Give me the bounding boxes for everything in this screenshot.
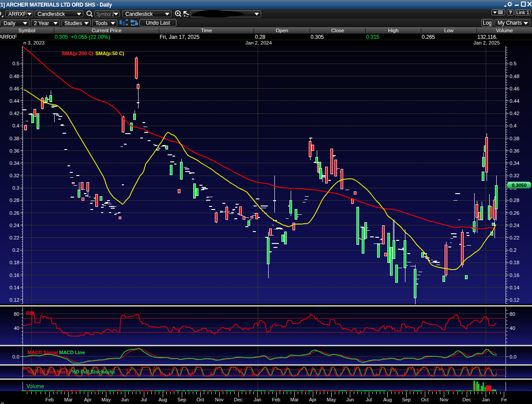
svg-text:0.4: 0.4: [510, 123, 517, 128]
svg-text:0.24: 0.24: [10, 223, 20, 228]
svg-text:0.26: 0.26: [510, 210, 519, 216]
svg-text:0.16: 0.16: [510, 273, 519, 278]
svg-text:0.14: 0.14: [10, 285, 20, 290]
svg-text:Nov: Nov: [215, 397, 224, 402]
svg-text:Oct: Oct: [196, 397, 204, 402]
svg-text:0.42: 0.42: [10, 111, 19, 116]
svg-text:Mar: Mar: [290, 397, 299, 402]
svg-text:Jan: Jan: [254, 397, 262, 402]
svg-text:Jul: Jul: [366, 397, 372, 402]
svg-text:Jan: Jan: [482, 397, 490, 402]
svg-text:Dec: Dec: [462, 397, 471, 402]
svg-text:MACD Line: MACD Line: [59, 350, 85, 355]
svg-text:0.0: 0.0: [12, 354, 19, 359]
svg-text:0.38: 0.38: [510, 136, 519, 141]
svg-text:0.5: 0.5: [12, 61, 19, 66]
svg-text:40: 40: [14, 325, 19, 331]
svg-text:May: May: [327, 397, 336, 402]
svg-text:Apr: Apr: [309, 397, 316, 402]
svg-text:0.22: 0.22: [10, 235, 19, 240]
svg-text:Jun: Jun: [346, 397, 354, 402]
svg-text:Aug: Aug: [158, 397, 167, 402]
svg-text:%D Full Stochastic: %D Full Stochastic: [71, 369, 115, 374]
svg-text:0.48: 0.48: [510, 74, 519, 79]
svg-text:0.36: 0.36: [510, 148, 519, 153]
svg-text:0.32: 0.32: [10, 173, 19, 178]
svg-text:0.24: 0.24: [510, 223, 520, 228]
svg-text:0.38: 0.38: [10, 136, 19, 141]
svg-text:Sep: Sep: [177, 397, 186, 402]
svg-text:Jul: Jul: [141, 397, 147, 402]
svg-text:80: 80: [510, 311, 515, 317]
svg-text:Jun: Jun: [121, 397, 129, 402]
svg-text:0.34: 0.34: [510, 161, 520, 166]
svg-text:Fe: Fe: [501, 397, 507, 402]
svg-text:Dec: Dec: [234, 397, 243, 402]
svg-text:0.42: 0.42: [510, 111, 519, 116]
svg-text:0.36: 0.36: [10, 148, 19, 153]
svg-text:0.3: 0.3: [12, 185, 19, 191]
svg-text:0.46: 0.46: [10, 86, 19, 91]
svg-text:Apr: Apr: [84, 397, 91, 402]
svg-text:0.2: 0.2: [510, 247, 517, 253]
svg-text:Feb: Feb: [45, 397, 54, 402]
svg-text:0.2: 0.2: [12, 247, 19, 253]
svg-text:0.16: 0.16: [10, 273, 19, 278]
svg-text:0.44: 0.44: [510, 98, 520, 104]
svg-text:0.0: 0.0: [510, 354, 517, 359]
svg-text:0.46: 0.46: [510, 86, 519, 91]
svg-text:0.44: 0.44: [10, 98, 20, 104]
svg-text:0.48: 0.48: [10, 74, 19, 79]
svg-text:Mar: Mar: [64, 397, 73, 402]
svg-text:Nov: Nov: [440, 397, 449, 402]
svg-text:0.3050: 0.3050: [512, 183, 527, 188]
svg-text:Sep: Sep: [402, 397, 411, 402]
svg-text:%K Full Stochastic: %K Full Stochastic: [27, 369, 71, 374]
svg-text:0.4: 0.4: [12, 123, 20, 128]
svg-text:0.34: 0.34: [10, 161, 20, 166]
svg-text:0.18: 0.18: [10, 260, 19, 265]
svg-text:Aug: Aug: [383, 397, 392, 402]
svg-text:0.5: 0.5: [510, 61, 517, 66]
svg-text:40: 40: [510, 325, 515, 331]
svg-text:0.32: 0.32: [510, 173, 519, 178]
svg-text:May: May: [101, 397, 111, 402]
svg-text:Feb: Feb: [272, 397, 281, 402]
svg-text:Volume: Volume: [26, 383, 44, 389]
svg-text:0.14: 0.14: [510, 285, 520, 290]
svg-text:Oct: Oct: [421, 397, 428, 402]
svg-text:80: 80: [14, 311, 19, 317]
svg-text:MACD Signal: MACD Signal: [27, 350, 58, 355]
svg-text:0.28: 0.28: [510, 198, 519, 203]
svg-text:SMA(p:200 C): SMA(p:200 C): [62, 51, 94, 56]
svg-text:0.26: 0.26: [10, 210, 19, 216]
svg-text:0.12: 0.12: [10, 297, 19, 303]
svg-text:SMA(p:50 C): SMA(p:50 C): [95, 51, 124, 56]
svg-text:0.28: 0.28: [10, 198, 19, 203]
svg-text:0.22: 0.22: [510, 235, 519, 240]
svg-text:0.18: 0.18: [510, 260, 519, 265]
svg-text:0.12: 0.12: [510, 297, 519, 303]
